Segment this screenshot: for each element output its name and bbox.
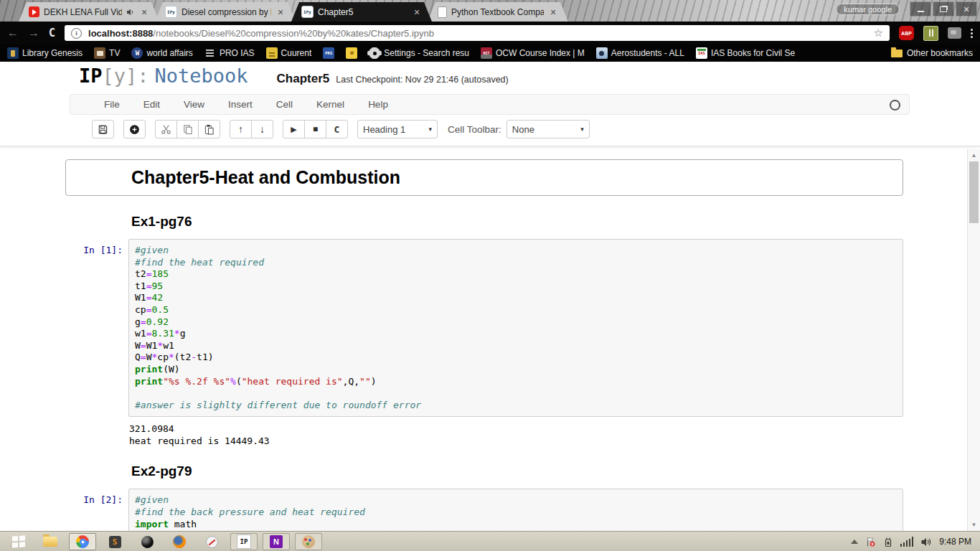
tab-audio-icon[interactable] (126, 8, 135, 17)
taskbar-ipython[interactable] (230, 533, 258, 550)
show-hidden-icons-icon[interactable] (851, 540, 858, 544)
paste-cell-button[interactable] (198, 120, 220, 138)
bookmark-item[interactable]: Wworld affairs (131, 47, 192, 59)
menu-kernel[interactable]: Kernel (316, 99, 344, 110)
extension-icon[interactable] (923, 26, 938, 41)
power-plug-icon[interactable] (883, 537, 893, 547)
bookmark-item[interactable]: MITOCW Course Index | M (481, 47, 585, 59)
bookmark-item[interactable]: Settings - Search resu (369, 47, 469, 59)
action-center-flag-icon[interactable] (865, 537, 876, 547)
taskbar-snipping-tool[interactable] (198, 533, 225, 550)
other-bookmarks-label: Other bookmarks (907, 48, 973, 58)
tab-close-icon[interactable] (139, 6, 149, 18)
aero-icon (596, 47, 608, 59)
bookmark-item[interactable]: IASIAS Books for Civil Se (696, 47, 795, 59)
page-icon (438, 6, 447, 18)
taskbar-paint[interactable] (295, 533, 322, 550)
tab-list: DEKH LENA Full VideoIPyDiesel compressio… (19, 0, 564, 22)
tab-close-icon[interactable] (412, 6, 422, 18)
stop-kernel-button[interactable] (304, 120, 326, 138)
browser-menu-icon[interactable] (971, 29, 973, 38)
page-scrollbar[interactable] (967, 149, 980, 531)
bookmark-label: IAS Books for Civil Se (711, 48, 795, 58)
tab-close-icon[interactable] (548, 6, 558, 18)
network-signal-icon[interactable] (900, 537, 914, 547)
heading-cell[interactable]: Chapter5-Heat and Combustion (65, 159, 903, 196)
copy-cell-button[interactable] (176, 120, 199, 138)
taskbar-clock[interactable]: 9:48 PM (939, 537, 971, 547)
code-input-area[interactable]: #given#find the back pressure and heat r… (128, 489, 903, 531)
taskbar-chrome[interactable] (69, 533, 96, 550)
onenote-icon (270, 535, 283, 548)
page-info-icon[interactable]: i (71, 28, 82, 39)
taskbar-start-button[interactable] (4, 533, 32, 550)
bookmark-item[interactable]: Library Genesis (7, 47, 83, 59)
menu-file[interactable]: File (104, 99, 120, 110)
back-icon[interactable] (7, 27, 19, 39)
restore-icon (940, 6, 947, 12)
hand-extension-icon[interactable] (948, 27, 961, 39)
taskbar-explorer[interactable] (37, 533, 64, 550)
ipython-icon (237, 534, 251, 549)
menu-help[interactable]: Help (368, 99, 388, 110)
bookmark-item[interactable]: PRS (323, 47, 334, 59)
ipython-icon: IPy (165, 6, 177, 18)
add-cell-icon (129, 124, 140, 135)
explorer-icon (43, 537, 57, 547)
input-prompt: In [2]: (65, 489, 128, 531)
bookmark-star-icon[interactable] (874, 27, 883, 39)
volume-icon[interactable] (920, 537, 932, 547)
taskbar-firefox[interactable] (166, 533, 193, 550)
add-cell-button[interactable] (123, 120, 146, 138)
bookmark-item[interactable]: PRO IAS (204, 47, 255, 59)
heading-cell[interactable]: Ex1-pg76 (65, 207, 903, 233)
taskbar-onenote[interactable] (263, 533, 290, 550)
menu-cell[interactable]: Cell (276, 99, 293, 110)
scrollbar-thumb[interactable] (969, 161, 979, 223)
bookmark-item[interactable]: अ (346, 47, 357, 59)
tab-close-icon[interactable] (275, 6, 286, 18)
cell-toolbar-select[interactable]: None (507, 120, 590, 138)
address-bar[interactable]: i localhost:8888/notebooks/Diesel%20comp… (65, 25, 890, 41)
code-input-area[interactable]: #given#find the heat requiredt2=185t1=95… (128, 239, 903, 417)
browser-tab[interactable]: DEKH LENA Full Video (19, 2, 159, 22)
bookmark-label: Aerostudents - ALL (611, 48, 684, 58)
save-button[interactable] (92, 120, 114, 138)
cut-cell-button[interactable] (155, 120, 177, 138)
bookmark-item[interactable]: TV (94, 47, 120, 59)
ipython-logo[interactable]: IP[y]:Notebook (79, 65, 248, 87)
browser-tab[interactable]: IPyDiesel compression by ka (155, 2, 296, 22)
taskbar-media-player[interactable] (133, 533, 161, 550)
move-cell-down-button[interactable] (251, 120, 273, 138)
forward-icon[interactable] (28, 27, 39, 39)
folder-icon (891, 50, 903, 57)
restore-button[interactable] (933, 1, 954, 17)
adblock-extension-icon[interactable]: ABP (899, 26, 914, 40)
taskbar-sublime[interactable] (101, 533, 128, 550)
profile-badge[interactable]: kumar google (836, 4, 900, 15)
move-cell-up-button[interactable] (230, 120, 252, 138)
heading-cell[interactable]: Ex2-pg79 (65, 457, 903, 483)
url-text[interactable]: localhost:8888/notebooks/Diesel%20compre… (88, 28, 867, 39)
bookmark-item[interactable]: Aerostudents - ALL (596, 47, 684, 59)
other-bookmarks-button[interactable]: Other bookmarks (891, 48, 973, 58)
menu-view[interactable]: View (184, 99, 204, 110)
firefox-icon (173, 535, 186, 548)
menu-edit[interactable]: Edit (143, 99, 160, 110)
notebook-title[interactable]: Chapter5 (277, 72, 330, 86)
close-button[interactable] (956, 1, 977, 17)
browser-tab[interactable]: Python Textbook Compa (428, 2, 568, 22)
yellow-book-icon (266, 47, 278, 59)
refresh-icon[interactable] (49, 27, 55, 39)
bookmark-item[interactable]: Cuurent (266, 47, 312, 59)
scroll-down-icon[interactable] (968, 522, 980, 528)
scroll-up-icon[interactable] (968, 152, 980, 159)
cell-type-select[interactable]: Heading 1 (357, 120, 438, 138)
browser-tab[interactable]: IPyChapter5 (291, 2, 432, 22)
clear-ias-icon: IAS (696, 47, 707, 59)
restart-kernel-button[interactable] (326, 120, 348, 138)
menu-insert[interactable]: Insert (228, 99, 253, 110)
minimize-button[interactable] (910, 1, 931, 17)
prs-icon: PRS (323, 47, 334, 59)
run-cell-button[interactable] (283, 120, 305, 138)
